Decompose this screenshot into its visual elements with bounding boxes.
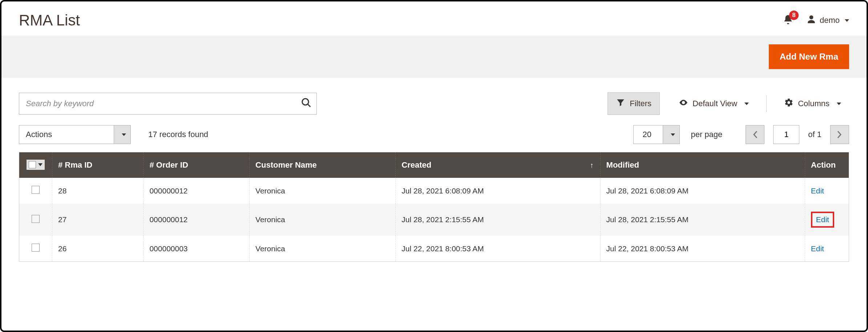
page-size-value: 20 xyxy=(634,125,663,144)
add-new-rma-button[interactable]: Add New Rma xyxy=(769,44,849,69)
of-label: of 1 xyxy=(808,130,821,139)
chevron-down-icon xyxy=(122,133,126,136)
divider xyxy=(766,95,767,112)
gear-icon xyxy=(784,98,794,109)
col-modified[interactable]: Modified xyxy=(600,152,805,178)
cell-rma_id: 27 xyxy=(52,204,144,236)
cell-rma_id: 28 xyxy=(52,178,144,204)
chevron-down-icon xyxy=(744,103,749,105)
actions-label: Actions xyxy=(19,125,114,144)
col-rma-id[interactable]: # Rma ID xyxy=(52,152,144,178)
columns-button[interactable]: Columns xyxy=(776,93,849,115)
search-icon[interactable] xyxy=(301,97,312,110)
records-found: 17 records found xyxy=(148,130,208,139)
edit-link[interactable]: Edit xyxy=(816,215,829,224)
cell-action: Edit xyxy=(805,204,849,236)
col-created[interactable]: Created ↑ xyxy=(396,152,600,178)
table-row: 27000000012VeronicaJul 28, 2021 2:15:55 … xyxy=(19,204,849,236)
cell-created: Jul 22, 2021 8:00:53 AM xyxy=(396,236,600,261)
cell-created: Jul 28, 2021 6:08:09 AM xyxy=(396,178,600,204)
col-action: Action xyxy=(805,152,849,178)
filters-label: Filters xyxy=(630,99,651,108)
edit-link[interactable]: Edit xyxy=(811,187,824,195)
per-page-label: per page xyxy=(691,130,722,139)
notification-badge: 8 xyxy=(789,11,799,20)
col-customer[interactable]: Customer Name xyxy=(250,152,396,178)
cell-order_id: 000000012 xyxy=(144,178,250,204)
edit-link[interactable]: Edit xyxy=(811,244,824,253)
funnel-icon xyxy=(616,98,625,109)
prev-page-button[interactable] xyxy=(746,125,764,144)
next-page-button[interactable] xyxy=(830,125,849,144)
cell-order_id: 000000012 xyxy=(144,204,250,236)
table-row: 28000000012VeronicaJul 28, 2021 6:08:09 … xyxy=(19,178,849,204)
svg-point-0 xyxy=(302,99,309,105)
user-icon xyxy=(807,15,816,26)
highlight-box: Edit xyxy=(811,212,834,228)
notification-bell[interactable]: 8 xyxy=(783,14,794,27)
user-menu[interactable]: demo xyxy=(807,15,849,26)
columns-label: Columns xyxy=(798,99,829,108)
search-input[interactable] xyxy=(19,93,317,115)
row-checkbox-cell xyxy=(19,204,52,236)
col-order-id[interactable]: # Order ID xyxy=(144,152,250,178)
cell-customer: Veronica xyxy=(250,178,396,204)
username-label: demo xyxy=(820,16,840,25)
page-size-toggle[interactable] xyxy=(663,125,679,144)
chevron-down-icon xyxy=(837,103,841,105)
cell-created: Jul 28, 2021 2:15:55 AM xyxy=(396,204,600,236)
cell-customer: Veronica xyxy=(250,204,396,236)
row-checkbox[interactable] xyxy=(32,215,40,223)
cell-modified: Jul 28, 2021 2:15:55 AM xyxy=(600,204,805,236)
chevron-down-icon xyxy=(671,133,675,136)
page-size-select[interactable]: 20 xyxy=(633,125,680,144)
chevron-right-icon xyxy=(837,131,842,139)
chevron-down-icon xyxy=(38,163,43,166)
page-title: RMA List xyxy=(19,12,80,29)
chevron-left-icon xyxy=(752,131,758,139)
current-page-input[interactable] xyxy=(773,125,799,144)
chevron-down-icon xyxy=(845,19,849,22)
actions-dropdown[interactable]: Actions xyxy=(19,125,131,144)
row-checkbox[interactable] xyxy=(32,186,40,194)
col-checkbox[interactable] xyxy=(19,152,52,178)
actions-toggle[interactable] xyxy=(114,125,130,144)
cell-action: Edit xyxy=(805,236,849,261)
default-view-label: Default View xyxy=(693,99,737,108)
select-all-checkbox[interactable] xyxy=(27,160,45,170)
cell-modified: Jul 22, 2021 8:00:53 AM xyxy=(600,236,805,261)
row-checkbox-cell xyxy=(19,178,52,204)
cell-customer: Veronica xyxy=(250,236,396,261)
default-view-button[interactable]: Default View xyxy=(671,93,757,115)
cell-order_id: 000000003 xyxy=(144,236,250,261)
eye-icon xyxy=(679,98,688,109)
cell-rma_id: 26 xyxy=(52,236,144,261)
row-checkbox-cell xyxy=(19,236,52,261)
cell-modified: Jul 28, 2021 6:08:09 AM xyxy=(600,178,805,204)
table-row: 26000000003VeronicaJul 22, 2021 8:00:53 … xyxy=(19,236,849,261)
filters-button[interactable]: Filters xyxy=(607,92,660,115)
svg-line-1 xyxy=(308,104,311,107)
row-checkbox[interactable] xyxy=(32,244,40,252)
sort-asc-icon: ↑ xyxy=(590,161,594,169)
cell-action: Edit xyxy=(805,178,849,204)
